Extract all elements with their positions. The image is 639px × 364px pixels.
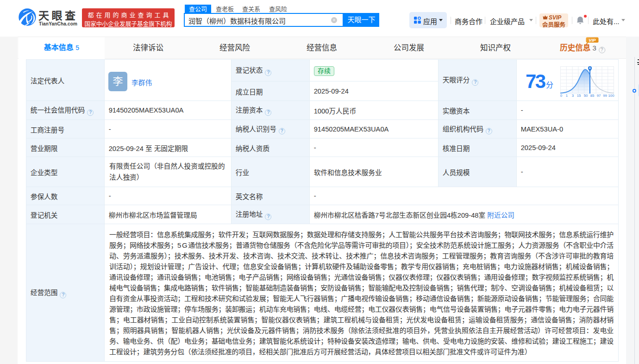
svg-text:VIP: VIP — [589, 38, 596, 43]
svg-text:50: 50 — [584, 94, 588, 98]
svg-text:15: 15 — [577, 94, 581, 98]
svg-text:0: 0 — [560, 94, 563, 98]
svg-text:100: 100 — [608, 94, 614, 98]
svg-text:3: 3 — [572, 94, 574, 98]
svg-text:1: 1 — [566, 94, 568, 98]
svg-text:85: 85 — [590, 94, 595, 98]
svg-text:99: 99 — [603, 94, 607, 98]
svg-text:97: 97 — [597, 94, 601, 98]
